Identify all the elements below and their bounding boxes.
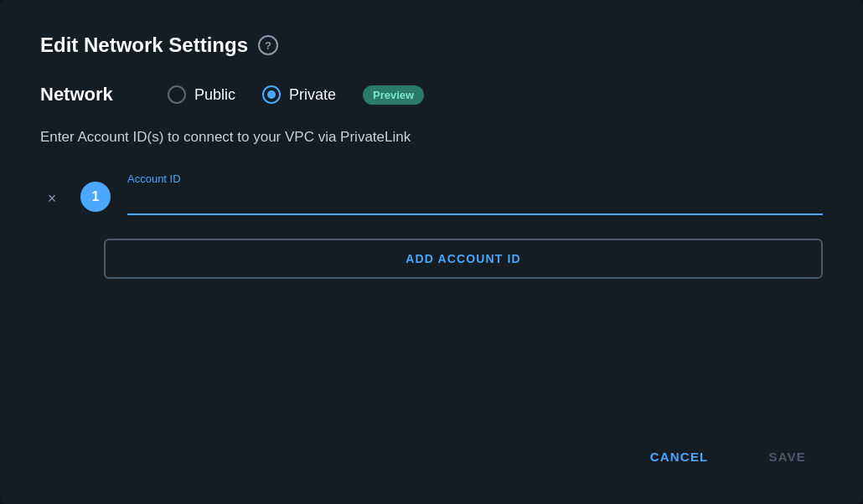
radio-private-circle [262,85,281,104]
network-row: Network Public Private Preview [40,84,823,105]
vpc-description: Enter Account ID(s) to connect to your V… [40,129,823,146]
dialog-header: Edit Network Settings ? [40,33,823,57]
preview-badge: Preview [363,85,424,105]
radio-private-label: Private [289,86,336,104]
cancel-button[interactable]: CANCEL [633,440,726,474]
radio-public-circle [168,85,186,104]
account-entries-list: × 1 Account ID [40,172,823,215]
account-id-label: Account ID [127,172,823,185]
remove-entry-button[interactable]: × [40,187,64,210]
save-button[interactable]: SAVE [752,440,823,474]
help-icon[interactable]: ? [258,35,278,55]
account-id-field-group: Account ID [127,172,823,215]
dialog-footer: CANCEL SAVE [40,440,823,474]
account-id-input[interactable] [127,188,823,215]
entry-number: 1 [80,182,111,212]
dialog-title: Edit Network Settings [40,33,248,57]
edit-network-settings-dialog: Edit Network Settings ? Network Public P… [0,0,863,504]
radio-private[interactable]: Private [262,85,336,104]
add-account-id-button[interactable]: ADD ACCOUNT ID [104,239,823,279]
account-entry: × 1 Account ID [40,172,823,215]
network-label: Network [40,84,141,105]
radio-public[interactable]: Public [168,85,235,104]
radio-public-label: Public [194,86,235,104]
